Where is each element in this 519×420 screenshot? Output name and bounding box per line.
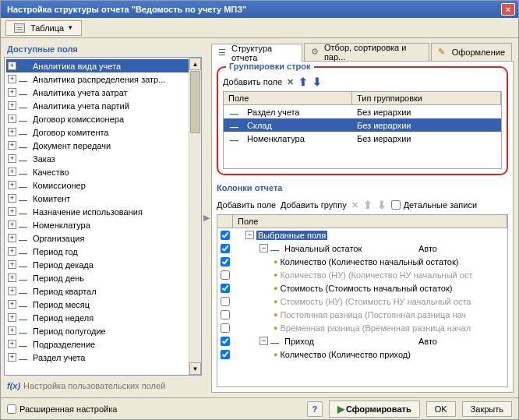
grouping-row[interactable]: Раздел учетаБез иерархии — [224, 105, 501, 118]
move-down-icon[interactable]: ⬇ — [312, 76, 322, 88]
row-checkbox[interactable] — [221, 270, 230, 280]
expand-icon[interactable]: + — [8, 115, 16, 123]
tree-item[interactable]: +Аналитика распределения затр... — [6, 72, 199, 86]
form-button[interactable]: ▶Сформировать — [329, 401, 420, 418]
expand-icon[interactable]: + — [8, 287, 16, 295]
add-group-link[interactable]: Добавить группу — [281, 200, 347, 210]
tree-item[interactable]: +Комиссионер — [6, 178, 199, 192]
expand-icon[interactable]: + — [8, 128, 16, 136]
tab-structure[interactable]: Структура отчета — [211, 44, 302, 62]
move-up-icon[interactable]: ⬆ — [298, 76, 308, 88]
column-row[interactable]: ●Количество (Количество приход) — [217, 348, 507, 361]
tree-item[interactable]: +Период неделя — [6, 311, 199, 324]
tree-item[interactable]: +Назначение использования — [6, 205, 199, 218]
close-icon[interactable]: × — [501, 3, 515, 16]
row-checkbox[interactable] — [221, 297, 230, 306]
move-down-icon-2[interactable]: ⬇ — [377, 199, 387, 211]
expand-icon[interactable]: + — [8, 62, 16, 70]
row-checkbox[interactable] — [221, 310, 230, 319]
expand-icon[interactable]: + — [8, 247, 16, 256]
expand-icon[interactable]: + — [8, 194, 16, 203]
collapse-icon[interactable]: − — [260, 244, 268, 252]
grouping-row[interactable]: СкладБез иерархии — [224, 118, 501, 132]
column-row[interactable]: ●Стоимость (НУ) (Стоимость НУ начальный … — [217, 295, 507, 308]
column-row[interactable]: ●Количество (Количество начальный остато… — [217, 255, 507, 268]
tree-item[interactable]: +Период месяц — [6, 298, 199, 311]
tree-item[interactable]: +Аналитика учета затрат — [6, 86, 199, 99]
row-checkbox[interactable] — [221, 231, 230, 240]
close-button[interactable]: Закрыть — [462, 401, 512, 417]
expand-icon[interactable]: + — [8, 340, 16, 348]
tree-item[interactable]: +Комитент — [6, 192, 199, 205]
expand-icon[interactable]: + — [8, 168, 16, 176]
row-checkbox[interactable] — [221, 284, 230, 293]
row-checkbox[interactable] — [221, 323, 230, 333]
help-button[interactable]: ? — [307, 401, 323, 417]
tree-item[interactable]: +Договор комитента — [6, 125, 199, 139]
tree-item[interactable]: +Номенклатура — [6, 218, 199, 231]
ok-button[interactable]: OK — [426, 401, 456, 417]
available-fields-tree[interactable]: +Аналитика вида учета+Аналитика распреде… — [4, 57, 202, 376]
expand-icon[interactable]: + — [8, 260, 16, 269]
expand-icon[interactable]: + — [8, 326, 16, 335]
scroll-up-icon[interactable]: ▲ — [189, 58, 201, 70]
tab-filter[interactable]: Отбор, сортировка и пар... — [304, 43, 429, 61]
column-row[interactable]: ●Постоянная разница (Постоянная разница … — [217, 308, 507, 321]
advanced-checkbox[interactable]: Расширенная настройка — [7, 404, 117, 414]
tree-item[interactable]: +Договор комиссионера — [6, 112, 199, 125]
expand-icon[interactable]: + — [8, 234, 16, 242]
expand-icon[interactable]: + — [8, 181, 16, 189]
tree-item[interactable]: +Аналитика учета партий — [6, 99, 199, 112]
tree-item[interactable]: +Раздел учета — [6, 351, 199, 364]
tree-item[interactable]: +Аналитика вида учета — [6, 59, 199, 72]
tree-item[interactable]: +Период год — [6, 245, 199, 258]
collapse-icon[interactable]: − — [260, 337, 268, 345]
add-icon[interactable]: ✕ — [287, 77, 294, 87]
column-row[interactable]: ●Стоимость (Стоимость начальный остаток) — [217, 281, 507, 295]
tree-item[interactable]: +Качество — [6, 165, 199, 178]
expand-icon[interactable]: + — [8, 207, 16, 216]
expand-icon[interactable]: + — [8, 141, 16, 150]
column-row[interactable]: −ПриходАвто — [217, 334, 507, 348]
user-fields-link[interactable]: f(x) Настройка пользовательских полей — [4, 379, 202, 393]
expand-icon[interactable]: + — [8, 154, 16, 163]
expand-icon[interactable]: + — [8, 300, 16, 309]
expand-icon[interactable]: + — [8, 221, 16, 229]
column-row[interactable]: −Выбранные поля — [217, 228, 507, 242]
tree-item[interactable]: +Документ передачи — [6, 139, 199, 152]
add-field-link-2[interactable]: Добавить поле — [217, 200, 276, 210]
tree-item[interactable]: +Период день — [6, 271, 199, 284]
expand-icon[interactable]: + — [8, 313, 16, 322]
tree-item[interactable]: +Организация — [6, 231, 199, 245]
expand-icon[interactable]: + — [8, 353, 16, 362]
tree-item[interactable]: +Период декада — [6, 258, 199, 271]
tree-item[interactable]: +Период квартал — [6, 284, 199, 298]
tree-item[interactable]: +Заказ — [6, 152, 199, 165]
tree-scrollbar[interactable]: ▲ ▼ — [189, 58, 201, 375]
groupings-grid[interactable]: Поле Тип группировки Раздел учетаБез иер… — [223, 91, 502, 169]
expand-icon[interactable]: + — [8, 101, 16, 110]
detail-checkbox[interactable]: Детальные записи — [391, 200, 477, 210]
column-row[interactable]: ●Временная разница (Временная разница на… — [217, 321, 507, 334]
row-checkbox[interactable] — [221, 350, 230, 359]
column-row[interactable]: ●Количество (НУ) (Количество НУ начальны… — [217, 268, 507, 281]
row-checkbox[interactable] — [221, 337, 230, 346]
column-row[interactable]: −Начальный остатокАвто — [217, 242, 507, 255]
scroll-down-icon[interactable]: ▼ — [189, 362, 201, 375]
splitter[interactable]: ▶ — [202, 38, 211, 397]
expand-icon[interactable]: + — [8, 75, 16, 83]
collapse-icon[interactable]: − — [245, 231, 254, 239]
expand-icon[interactable]: + — [8, 88, 16, 97]
add-icon-2[interactable]: ✕ — [351, 200, 358, 210]
row-checkbox[interactable] — [221, 244, 230, 253]
move-up-icon-2[interactable]: ⬆ — [363, 199, 372, 211]
view-mode-button[interactable]: Таблица ▼ — [5, 20, 82, 36]
grouping-row[interactable]: НоменклатураБез иерархии — [224, 132, 501, 145]
columns-grid[interactable]: Поле −Выбранные поля−Начальный остатокАв… — [217, 214, 508, 387]
row-checkbox[interactable] — [221, 257, 230, 266]
tab-form[interactable]: Оформление — [431, 43, 512, 61]
tree-item[interactable]: +Подразделение — [6, 337, 199, 351]
tree-item[interactable]: +Период полугодие — [6, 324, 199, 337]
expand-icon[interactable]: + — [8, 274, 16, 282]
scroll-thumb[interactable] — [190, 71, 200, 133]
